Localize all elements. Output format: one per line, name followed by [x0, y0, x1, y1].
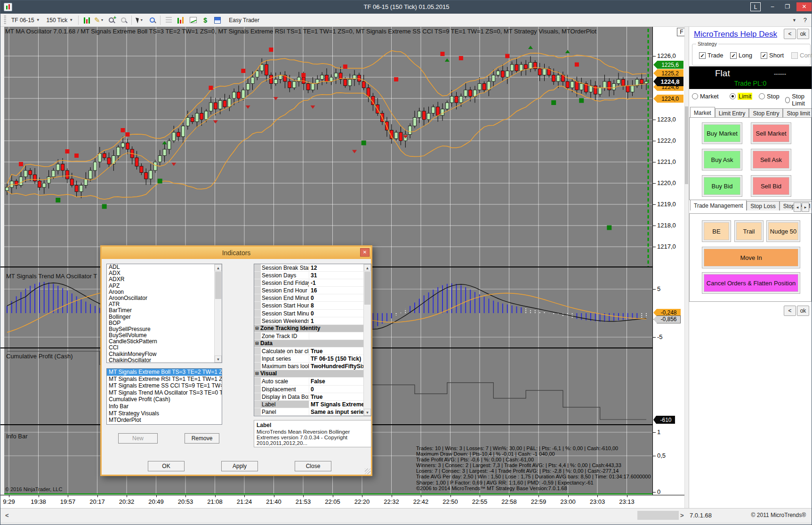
- property-value[interactable]: True: [309, 347, 371, 355]
- list-item[interactable]: BarTimer: [107, 307, 222, 314]
- property-row[interactable]: Input seriesTF 06-15 (150 Tick): [254, 355, 371, 363]
- close-button[interactable]: ✕: [796, 2, 812, 11]
- collapse-icon[interactable]: ⊟: [255, 326, 259, 331]
- available-indicators-list[interactable]: ▲▼ ADLADXADXRAPZAroonAroonOscillatorATRB…: [106, 264, 222, 363]
- list-item[interactable]: MT Strategy Visuals: [107, 410, 222, 417]
- property-value[interactable]: TwoHundredFiftySix: [309, 363, 371, 370]
- instrument-selector[interactable]: TF 06-15▼: [8, 15, 43, 25]
- scroll-down-icon[interactable]: ▼: [364, 409, 371, 416]
- news-icon[interactable]: [213, 16, 222, 25]
- property-row[interactable]: Session Break Start12: [254, 264, 371, 272]
- checkbox-trade[interactable]: ✓Trade: [699, 52, 723, 59]
- property-row[interactable]: Session End Minute0: [254, 294, 371, 302]
- tab-stop-loss[interactable]: Stop Loss: [747, 201, 779, 210]
- toolbar-overflow-icon[interactable]: ▼: [792, 18, 796, 23]
- property-grid-scrollbar[interactable]: ▲▼: [363, 264, 371, 416]
- property-row[interactable]: Session End Friday-1: [254, 279, 371, 287]
- time-axis[interactable]: 9:2919:3819:5720:1720:3220:4920:5321:082…: [0, 495, 684, 508]
- radio-stop-limit[interactable]: Stop Limit: [785, 93, 812, 107]
- property-value[interactable]: 16: [309, 287, 371, 294]
- property-value[interactable]: [309, 332, 371, 339]
- property-row[interactable]: Session Weekends1: [254, 317, 371, 325]
- property-value[interactable]: 12: [309, 264, 371, 271]
- button-cancel-orders-flatten-position[interactable]: Cancel Orders & Flatten Position: [702, 272, 800, 294]
- account-dollar-icon[interactable]: $: [201, 16, 210, 25]
- ok-button-lower[interactable]: ok: [797, 306, 809, 316]
- find-icon[interactable]: [147, 16, 157, 25]
- tab-scroll-left-icon[interactable]: ◂: [794, 202, 801, 212]
- chart-style-icon[interactable]: ▼: [82, 16, 91, 25]
- list-item[interactable]: MT Signals Extreme RSI TS=1 TE=1 TW=1 ZS…: [107, 376, 222, 383]
- property-category[interactable]: ⊟Visual: [254, 370, 371, 378]
- list-item[interactable]: CandleStickPattern: [107, 339, 222, 345]
- collapse-button[interactable]: <: [784, 29, 796, 39]
- radio-limit[interactable]: Limit: [730, 93, 752, 100]
- tab-stop-entry[interactable]: Stop Entry: [749, 108, 783, 118]
- button-trail[interactable]: Trail: [734, 220, 764, 242]
- scrollbar-thumb[interactable]: [215, 272, 221, 299]
- property-category[interactable]: ⊟Zone Tracking Identity: [254, 325, 371, 332]
- tab-limit-entry[interactable]: Limit Entry: [715, 108, 749, 118]
- property-row[interactable]: LabelMT Signals Extreme: [254, 401, 371, 408]
- list-item[interactable]: BOP: [107, 320, 222, 326]
- button-sell-market[interactable]: Sell Market: [751, 122, 791, 144]
- property-row[interactable]: Displacement0: [254, 386, 371, 393]
- list-item[interactable]: MTOrderPlot: [107, 417, 222, 424]
- list-item[interactable]: MT Signals Extreme Boll TS=3 TE=2 TW=1 Z…: [107, 369, 222, 376]
- button-be[interactable]: BE: [702, 220, 731, 242]
- property-row[interactable]: Maximum bars look lTwoHundredFiftySix: [254, 363, 371, 370]
- list-item[interactable]: AroonOscillator: [107, 295, 222, 301]
- property-row[interactable]: Session Start Minute0: [254, 310, 371, 317]
- property-value[interactable]: 0: [309, 310, 371, 317]
- list-item[interactable]: APZ: [107, 283, 222, 289]
- vertical-splitter[interactable]: [684, 27, 689, 522]
- new-button[interactable]: New: [118, 433, 158, 444]
- collapse-icon[interactable]: ⊟: [255, 372, 259, 376]
- tab-scroll-right-icon[interactable]: ▸: [802, 202, 809, 212]
- list-item[interactable]: ChaikinOscillator: [107, 357, 222, 363]
- property-row[interactable]: Display in Data BoxTrue: [254, 393, 371, 401]
- checkbox-short[interactable]: ✓Short: [761, 52, 784, 59]
- button-sell-ask[interactable]: Sell Ask: [751, 149, 791, 170]
- list-scrollbar[interactable]: ▲▼: [214, 264, 222, 363]
- tab-market[interactable]: Market: [690, 107, 715, 118]
- property-row[interactable]: Session Start Hour8: [254, 302, 371, 309]
- property-row[interactable]: Zone Track ID: [254, 332, 371, 340]
- property-value[interactable]: 8: [309, 302, 371, 309]
- property-row[interactable]: PanelSame as input series▼: [254, 408, 371, 416]
- button-buy-ask[interactable]: Buy Ask: [702, 149, 742, 170]
- checkbox-long[interactable]: ✓Long: [730, 52, 752, 59]
- property-value[interactable]: True: [309, 393, 371, 400]
- list-item[interactable]: ADL: [107, 264, 222, 270]
- market-analyzer-icon[interactable]: [176, 16, 185, 25]
- button-buy-market[interactable]: Buy Market: [702, 122, 742, 144]
- property-value[interactable]: 0: [309, 294, 371, 301]
- list-item[interactable]: ChaikinMoneyFlow: [107, 351, 222, 357]
- ok-button[interactable]: OK: [148, 461, 185, 471]
- button-nudge-50[interactable]: Nudge 50: [766, 220, 800, 242]
- list-item[interactable]: ADXR: [107, 276, 222, 283]
- scroll-up-icon[interactable]: ▲: [215, 264, 222, 271]
- property-value[interactable]: 1: [309, 317, 371, 324]
- scroll-right-arrow[interactable]: >: [680, 512, 684, 519]
- property-value[interactable]: False: [309, 378, 371, 385]
- checkbox-confirm[interactable]: Confirm: [791, 52, 812, 59]
- property-grid[interactable]: Session Break Start12Session Days31Sessi…: [254, 264, 371, 416]
- property-value[interactable]: MT Signals Extreme: [309, 401, 371, 408]
- button-move-in[interactable]: Move In: [702, 247, 800, 268]
- radio-stop[interactable]: Stop: [759, 93, 780, 100]
- property-value[interactable]: 0: [309, 386, 371, 393]
- drawing-tools-icon[interactable]: ✎▼: [94, 16, 104, 25]
- help-icon[interactable]: ?: [804, 16, 807, 24]
- scroll-up-icon[interactable]: ▲: [364, 264, 371, 271]
- dialog-close-icon[interactable]: ✕: [360, 248, 370, 257]
- property-row[interactable]: Auto scaleFalse: [254, 378, 371, 385]
- toolbar-grip[interactable]: [3, 16, 6, 25]
- apply-button[interactable]: Apply: [221, 461, 258, 471]
- property-value[interactable]: 31: [309, 272, 371, 279]
- button-buy-bid[interactable]: Buy Bid: [702, 175, 742, 197]
- list-item[interactable]: Aroon: [107, 289, 222, 295]
- l-button[interactable]: L: [750, 2, 761, 11]
- configured-indicators-list[interactable]: MT Signals Extreme Boll TS=3 TE=2 TW=1 Z…: [106, 368, 222, 425]
- property-row[interactable]: Session End Hour16: [254, 287, 371, 294]
